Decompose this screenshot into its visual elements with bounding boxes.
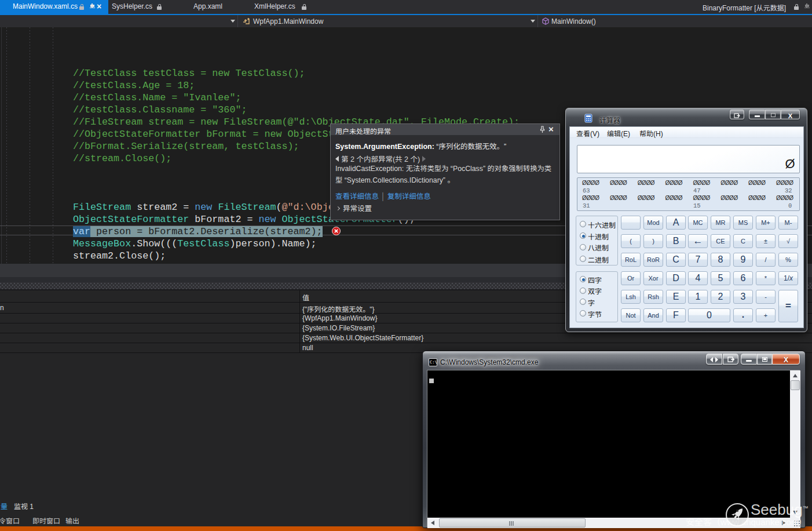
svg-text:C:\: C:\ (430, 360, 437, 365)
